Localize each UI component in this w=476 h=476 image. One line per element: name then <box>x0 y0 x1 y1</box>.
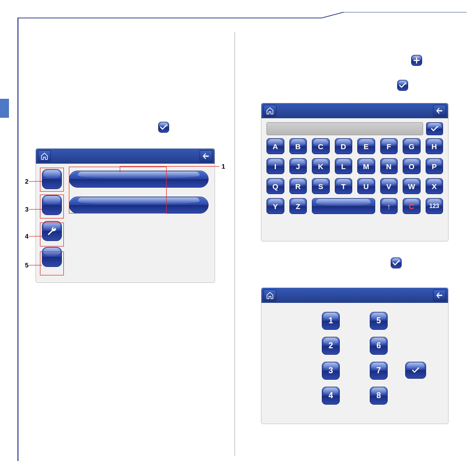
titlebar <box>36 149 215 164</box>
key-l[interactable]: L <box>335 158 353 174</box>
key-m[interactable]: M <box>357 158 375 174</box>
num-2[interactable]: 2 <box>322 337 340 355</box>
wrench-icon[interactable] <box>42 221 62 241</box>
key-d[interactable]: D <box>335 138 353 154</box>
setting-icon-2[interactable] <box>42 195 62 215</box>
numpad-screen: 1 2 3 4 5 6 7 8 <box>261 287 449 424</box>
key-y[interactable]: Y <box>266 198 284 214</box>
leader-1 <box>120 166 220 167</box>
setting-bar-1[interactable] <box>69 171 209 188</box>
column-divider <box>235 32 235 456</box>
home-button[interactable] <box>263 289 276 301</box>
key-space[interactable] <box>312 198 375 214</box>
key-r[interactable]: R <box>289 178 307 194</box>
text-input[interactable] <box>266 122 423 135</box>
key-u[interactable]: U <box>357 178 375 194</box>
num-6[interactable]: 6 <box>370 337 388 355</box>
back-button[interactable] <box>433 105 446 117</box>
keyboard-grid: A B C D E F G H I J K L M N O P Q R S T … <box>266 138 443 214</box>
label-5: 5 <box>25 261 28 269</box>
key-v[interactable]: V <box>380 178 398 194</box>
num-5[interactable]: 5 <box>370 312 388 330</box>
confirm-button[interactable] <box>405 362 426 379</box>
key-x[interactable]: X <box>426 178 444 194</box>
back-button[interactable] <box>433 289 446 301</box>
leader-3 <box>29 209 42 210</box>
num-4[interactable]: 4 <box>322 387 340 405</box>
label-2: 2 <box>25 178 28 185</box>
titlebar <box>261 103 448 118</box>
num-3[interactable]: 3 <box>322 362 340 380</box>
key-f[interactable]: F <box>380 138 398 154</box>
key-i[interactable]: I <box>266 158 284 174</box>
check-icon[interactable] <box>158 122 169 133</box>
page-frame-left <box>17 18 18 461</box>
settings-screen <box>35 148 215 283</box>
key-q[interactable]: Q <box>266 178 284 194</box>
page-frame-top <box>17 12 467 32</box>
key-o[interactable]: O <box>403 158 421 174</box>
key-g[interactable]: G <box>403 138 421 154</box>
key-w[interactable]: W <box>403 178 421 194</box>
plus-icon[interactable] <box>411 55 422 66</box>
numpad-grid: 1 2 3 4 5 6 7 8 <box>322 312 388 405</box>
label-3: 3 <box>25 206 28 213</box>
check-icon[interactable] <box>391 257 402 268</box>
key-t[interactable]: T <box>335 178 353 194</box>
setting-icon-4[interactable] <box>42 247 62 267</box>
label-4: 4 <box>25 233 28 240</box>
key-k[interactable]: K <box>312 158 330 174</box>
key-clear[interactable]: C <box>403 198 421 214</box>
key-c[interactable]: C <box>312 138 330 154</box>
key-n[interactable]: N <box>380 158 398 174</box>
key-h[interactable]: H <box>426 138 444 154</box>
check-icon[interactable] <box>397 80 408 91</box>
leader-5 <box>29 265 42 265</box>
side-tab <box>0 99 9 118</box>
num-1[interactable]: 1 <box>322 312 340 330</box>
key-p[interactable]: P <box>426 158 444 174</box>
leader-2 <box>29 181 42 182</box>
leader-4 <box>29 236 42 237</box>
setting-icon-1[interactable] <box>42 169 62 189</box>
num-8[interactable]: 8 <box>370 387 388 405</box>
key-e[interactable]: E <box>357 138 375 154</box>
keyboard-screen: A B C D E F G H I J K L M N O P Q R S T … <box>261 103 449 241</box>
key-mode-123[interactable]: 123 <box>426 198 444 214</box>
label-1: 1 <box>222 163 225 170</box>
leader-1v <box>120 166 120 172</box>
key-s[interactable]: S <box>312 178 330 194</box>
titlebar <box>261 288 448 303</box>
home-button[interactable] <box>38 150 51 162</box>
back-button[interactable] <box>200 150 213 162</box>
home-button[interactable] <box>263 105 276 117</box>
key-j[interactable]: J <box>289 158 307 174</box>
key-shift[interactable]: ↑ <box>380 198 398 214</box>
key-z[interactable]: Z <box>289 198 307 214</box>
setting-bar-2[interactable] <box>69 197 209 214</box>
key-b[interactable]: B <box>289 138 307 154</box>
num-7[interactable]: 7 <box>370 362 388 380</box>
confirm-button[interactable] <box>426 122 443 135</box>
key-a[interactable]: A <box>266 138 284 154</box>
